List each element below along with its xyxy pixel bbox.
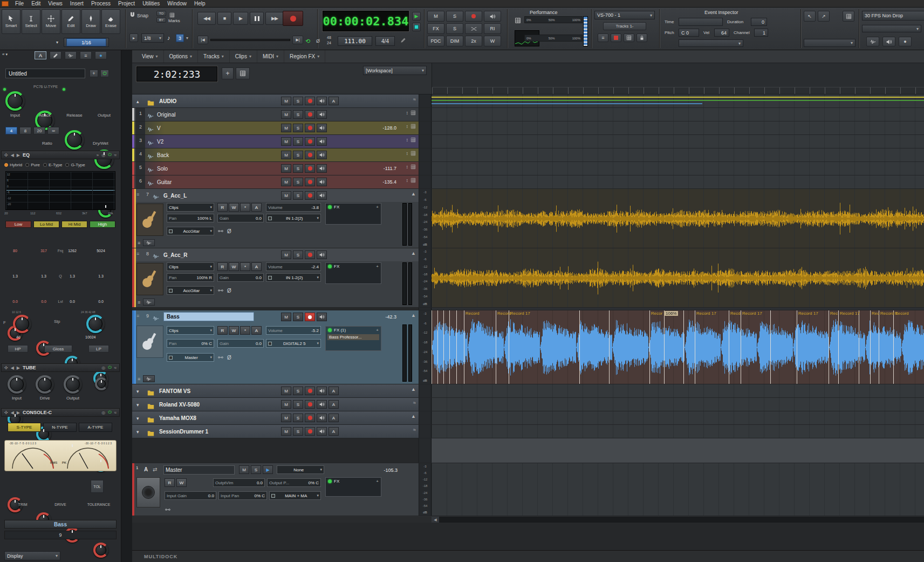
input-echo-button[interactable] <box>317 427 327 436</box>
tab-browser[interactable]: ● <box>95 51 107 59</box>
surface-range-button[interactable]: Tracks 1- <box>603 22 646 30</box>
console-module-header[interactable]: ✣◀▶ CONSOLE-C ◎⏻≈ <box>1 408 120 417</box>
track-lane[interactable] <box>432 94 924 107</box>
input-pan-slider[interactable]: Input Pan0% C <box>218 491 267 500</box>
auto-w-button[interactable]: W <box>229 262 239 271</box>
mute-button[interactable]: M <box>281 191 291 200</box>
collapse-icon[interactable]: ▲ <box>411 191 416 197</box>
tube-solo-icon[interactable]: ◎ <box>101 365 105 370</box>
solo-button[interactable]: S <box>293 110 303 119</box>
crossfade-button[interactable] <box>465 23 482 34</box>
track-header[interactable]: ≡7G_Acc_LMS▲Clips▾RW*AVolume-3.8Pan100% … <box>132 189 419 248</box>
tempo-field[interactable]: 111.00 <box>338 36 372 46</box>
record-arm-button[interactable] <box>305 124 315 132</box>
rewind-button[interactable]: ◀◀ <box>197 12 216 25</box>
bass-waveform-clips[interactable] <box>432 310 924 384</box>
clip-name-label[interactable]: Record 17 <box>695 311 716 316</box>
record-arm-button[interactable] <box>305 313 315 321</box>
archive-button[interactable]: A <box>328 387 339 395</box>
mute-button[interactable]: M <box>281 414 291 422</box>
scroll-left-arrow[interactable]: ◀ <box>432 517 439 523</box>
clip-name-label[interactable]: Record 17 <box>797 311 818 316</box>
track-lane[interactable] <box>432 135 924 148</box>
input-dropdown[interactable]: IN 1-2(2)▾ <box>266 273 321 282</box>
loop-end-button[interactable]: ▶| <box>292 36 303 44</box>
solo-button[interactable]: S <box>293 164 303 173</box>
mute-button[interactable]: M <box>281 124 291 132</box>
speaker-output-button[interactable] <box>882 37 895 46</box>
fx-add-button[interactable]: + <box>376 328 379 333</box>
tolerance-button[interactable]: TOL <box>91 480 104 493</box>
multidock-bar[interactable]: MULTIDOCK <box>132 550 924 562</box>
collapse-icon[interactable]: ▲ <box>411 414 416 419</box>
archive-button[interactable]: A <box>328 427 339 436</box>
auto-w-button[interactable]: W <box>176 478 187 487</box>
fx-power-icon[interactable] <box>328 265 332 268</box>
audio-engine-button[interactable] <box>866 37 879 46</box>
console-menu-icon[interactable]: ≈ <box>114 410 117 415</box>
tube-drive-knob[interactable] <box>36 375 54 394</box>
tube-power-icon[interactable]: ⏻ <box>108 365 111 370</box>
clip-name-label[interactable]: Record 17 <box>509 311 530 316</box>
track-lane[interactable]: RecordRecordRecord 17Recor106%Record 17R… <box>432 310 924 384</box>
layers-icon[interactable]: ≡ <box>138 240 140 246</box>
auto-a-button[interactable]: A <box>251 203 262 212</box>
add-folder-button[interactable] <box>236 67 250 79</box>
console-a-type-button[interactable]: A-TYPE <box>79 423 112 432</box>
gain-slider[interactable]: Gain0.0 <box>217 339 264 348</box>
mute-button[interactable]: M <box>281 178 291 186</box>
console-n-type-button[interactable]: N-TYPE <box>43 423 77 432</box>
drag-handle[interactable]: ≡ <box>136 313 139 319</box>
record-button[interactable] <box>465 11 482 22</box>
trackview-menu-tracks[interactable]: Tracks▾ <box>198 50 230 63</box>
edit-tool-button[interactable]: Edit <box>61 9 80 34</box>
track-name-field[interactable]: Bass <box>163 312 254 321</box>
tool-resolution-dropdown[interactable]: 1/16 <box>64 38 109 47</box>
track-header[interactable]: ≡8G_Acc_RMS▲Clips▾RW*AVolume-2.4Pan100% … <box>132 248 419 307</box>
solo-button[interactable]: S <box>293 151 303 159</box>
menu-file[interactable]: File <box>11 1 28 6</box>
record-arm-button[interactable] <box>305 178 315 186</box>
record-arm-button[interactable] <box>305 400 315 409</box>
eq-mode-pure[interactable]: Pure <box>25 162 40 167</box>
eq-band-low[interactable]: Low <box>5 221 31 228</box>
audio-waveform-clip[interactable] <box>432 189 924 248</box>
auto-r-button[interactable]: R <box>217 203 228 212</box>
pan-slider[interactable]: Pan100% L <box>167 214 214 222</box>
ratio-20-button[interactable]: 20 <box>33 127 45 134</box>
track-header[interactable]: ▾SessionDrummer 1MSA≈ <box>132 425 419 438</box>
track-lane[interactable] <box>432 463 924 516</box>
solo-button[interactable]: S <box>293 124 303 132</box>
solo-button[interactable]: S <box>293 137 303 146</box>
track-lane[interactable] <box>432 248 924 307</box>
snap-value-dropdown[interactable]: 1/8▾ <box>141 33 164 43</box>
record-arm-button[interactable] <box>305 387 315 395</box>
track-lane[interactable] <box>432 189 924 248</box>
move-tool-button[interactable]: Move <box>42 9 60 34</box>
tab-automation[interactable] <box>65 51 77 59</box>
solo-button[interactable]: S <box>293 400 303 409</box>
mute-button[interactable]: M <box>281 427 291 436</box>
tube-next-icon[interactable]: ▶ <box>17 365 20 370</box>
snap-by-button[interactable]: BY <box>156 17 166 23</box>
tube-menu-icon[interactable]: ≈ <box>114 365 117 370</box>
loop-icon[interactable]: ⟲ <box>305 38 310 45</box>
track-header[interactable]: 1A⇄MasterMS▶None▾-105.3RWOutptVlm0.0Outp… <box>132 463 419 516</box>
control-surface-dropdown[interactable]: VS-700 - 1▾ <box>594 11 655 19</box>
record-arm-button[interactable] <box>305 137 315 146</box>
drag-handle[interactable]: ≡ <box>136 251 139 256</box>
snap-more-chevron[interactable]: ▾ <box>186 36 188 40</box>
tab-prochannel[interactable]: A <box>35 51 46 59</box>
drag-handle[interactable]: ≡ <box>136 192 139 197</box>
track-lane[interactable] <box>432 121 924 134</box>
eq-band-hi-mid[interactable]: Hi Mid <box>61 221 87 228</box>
clip-name-label[interactable]: Record 17 <box>838 311 860 316</box>
fx-bin[interactable]: FX+ <box>325 477 381 497</box>
fx-bin[interactable]: FX+ <box>325 203 381 225</box>
horizontal-scrollbar[interactable]: ◀ <box>432 517 924 523</box>
menu-insert[interactable]: Insert <box>66 1 87 6</box>
menu-utilities[interactable]: Utilities <box>139 1 163 6</box>
eq-prev-icon[interactable]: ◀ <box>11 153 14 158</box>
hp-button[interactable]: HP <box>8 345 28 353</box>
bus-name-field[interactable]: Master <box>163 465 235 475</box>
